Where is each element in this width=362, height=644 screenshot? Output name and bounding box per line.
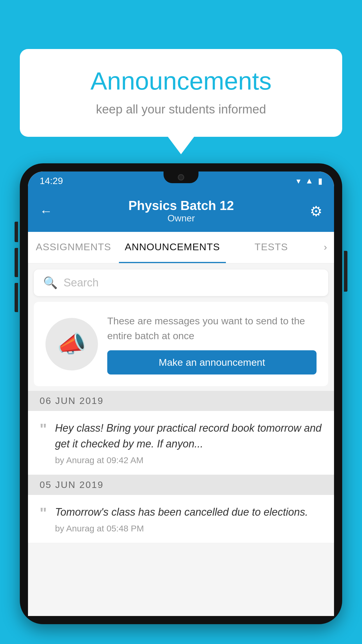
tab-announcements[interactable]: ANNOUNCEMENTS bbox=[119, 232, 226, 263]
phone-container: 14:29 ▾ ▲ ▮ ← Physics Batch 12 Owner ⚙ bbox=[20, 163, 342, 644]
quote-icon-2: " bbox=[40, 505, 47, 521]
quote-icon-1: " bbox=[40, 421, 47, 437]
search-placeholder: Search bbox=[64, 276, 99, 289]
make-announcement-button[interactable]: Make an announcement bbox=[107, 350, 317, 374]
announcement-item-2[interactable]: " Tomorrow's class has been cancelled du… bbox=[28, 495, 334, 543]
speech-bubble-container: Announcements keep all your students inf… bbox=[20, 49, 342, 137]
phone-volume-down-button bbox=[15, 248, 18, 277]
phone-volume-up-button bbox=[15, 222, 18, 242]
notch bbox=[164, 172, 198, 183]
app-header: ← Physics Batch 12 Owner ⚙ bbox=[28, 190, 334, 232]
status-time: 14:29 bbox=[40, 176, 63, 186]
announcement-content-2: Tomorrow's class has been cancelled due … bbox=[55, 504, 322, 533]
announcement-content-1: Hey class! Bring your practical record b… bbox=[55, 420, 322, 465]
megaphone-icon: 📣 bbox=[57, 330, 86, 358]
prompt-description: These are messages you want to send to t… bbox=[107, 314, 317, 343]
announcement-prompt: 📣 These are messages you want to send to… bbox=[34, 302, 328, 386]
date-separator-1: 06 JUN 2019 bbox=[28, 391, 334, 411]
header-subtitle: Owner bbox=[129, 213, 234, 224]
tabs-container: ASSIGNMENTS ANNOUNCEMENTS TESTS › bbox=[28, 232, 334, 264]
prompt-right: These are messages you want to send to t… bbox=[107, 314, 317, 374]
tab-more-icon[interactable]: › bbox=[317, 232, 334, 263]
announcement-item-1[interactable]: " Hey class! Bring your practical record… bbox=[28, 411, 334, 475]
announcement-text-2: Tomorrow's class has been cancelled due … bbox=[55, 504, 322, 520]
announcement-meta-2: by Anurag at 05:48 PM bbox=[55, 524, 322, 533]
tab-assignments[interactable]: ASSIGNMENTS bbox=[28, 232, 119, 263]
announcement-text-1: Hey class! Bring your practical record b… bbox=[55, 420, 322, 452]
speech-bubble-tail bbox=[167, 136, 195, 154]
date-separator-2: 05 JUN 2019 bbox=[28, 475, 334, 495]
settings-icon[interactable]: ⚙ bbox=[310, 203, 322, 219]
header-title: Physics Batch 12 bbox=[129, 198, 234, 213]
wifi-icon: ▾ bbox=[296, 176, 301, 186]
tab-tests[interactable]: TESTS bbox=[226, 232, 317, 263]
battery-icon: ▮ bbox=[318, 176, 322, 186]
megaphone-circle: 📣 bbox=[45, 318, 98, 370]
search-bar[interactable]: 🔍 Search bbox=[34, 270, 328, 296]
content-area: 🔍 Search 📣 These are messages you want t… bbox=[28, 270, 334, 543]
phone-screen: 14:29 ▾ ▲ ▮ ← Physics Batch 12 Owner ⚙ bbox=[28, 172, 334, 616]
back-button[interactable]: ← bbox=[40, 204, 52, 218]
status-icons: ▾ ▲ ▮ bbox=[296, 176, 322, 186]
status-bar: 14:29 ▾ ▲ ▮ bbox=[28, 172, 334, 190]
speech-bubble-title: Announcements bbox=[43, 66, 319, 95]
search-icon: 🔍 bbox=[43, 276, 58, 290]
speech-bubble-subtitle: keep all your students informed bbox=[43, 102, 319, 116]
phone-power-button bbox=[344, 251, 347, 292]
header-center: Physics Batch 12 Owner bbox=[129, 198, 234, 224]
speech-bubble: Announcements keep all your students inf… bbox=[20, 49, 342, 137]
phone: 14:29 ▾ ▲ ▮ ← Physics Batch 12 Owner ⚙ bbox=[20, 163, 342, 624]
signal-icon: ▲ bbox=[305, 176, 313, 186]
phone-silent-button bbox=[15, 283, 18, 312]
camera bbox=[178, 174, 184, 181]
announcement-meta-1: by Anurag at 09:42 AM bbox=[55, 455, 322, 465]
